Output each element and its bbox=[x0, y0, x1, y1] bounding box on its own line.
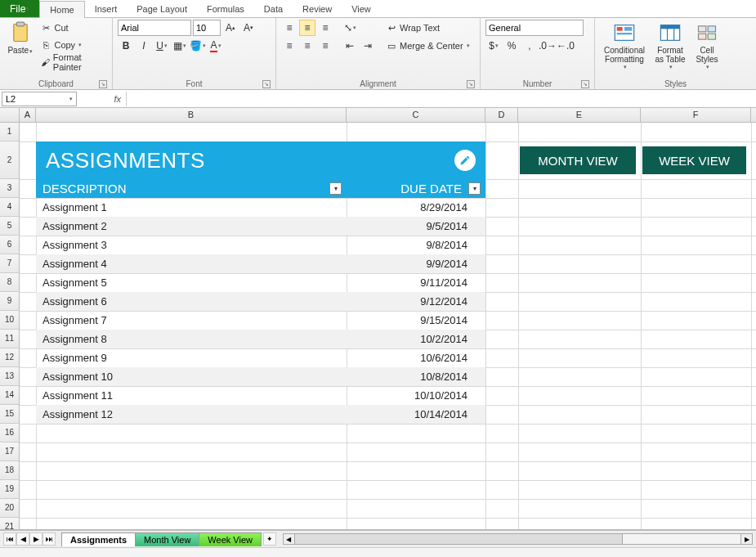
col-header-B[interactable]: B bbox=[36, 108, 347, 122]
row-header-8[interactable]: 8 bbox=[0, 273, 20, 292]
tab-view[interactable]: View bbox=[342, 0, 381, 17]
col-header-D[interactable]: D bbox=[485, 108, 518, 122]
tab-formulas[interactable]: Formulas bbox=[197, 0, 254, 17]
sheet-nav-first[interactable]: ⏮ bbox=[3, 532, 16, 546]
comma-button[interactable]: , bbox=[521, 38, 538, 54]
table-row[interactable]: Assignment 1010/8/2014 bbox=[36, 367, 485, 386]
table-row[interactable]: Assignment 69/12/2014 bbox=[36, 292, 485, 311]
wrap-text-button[interactable]: ↩Wrap Text bbox=[384, 20, 472, 36]
tab-review[interactable]: Review bbox=[293, 0, 342, 17]
col-header-F[interactable]: F bbox=[641, 108, 751, 122]
row-header-17[interactable]: 17 bbox=[0, 442, 20, 461]
fx-icon[interactable]: fx bbox=[114, 94, 121, 104]
bold-button[interactable]: B bbox=[118, 38, 134, 54]
row-header-1[interactable]: 1 bbox=[0, 123, 20, 141]
currency-button[interactable]: $▾ bbox=[485, 38, 502, 54]
row-header-6[interactable]: 6 bbox=[0, 236, 20, 254]
increase-indent-button[interactable]: ⇥ bbox=[360, 38, 376, 54]
decrease-decimal-button[interactable]: ←.0 bbox=[557, 38, 574, 54]
align-top-button[interactable]: ≡ bbox=[281, 20, 297, 36]
format-painter-button[interactable]: 🖌Format Painter bbox=[38, 54, 107, 70]
row-header-16[interactable]: 16 bbox=[0, 424, 20, 442]
number-launcher-icon[interactable]: ↘ bbox=[581, 80, 589, 88]
font-color-button[interactable]: A▾ bbox=[208, 38, 224, 54]
row-header-13[interactable]: 13 bbox=[0, 367, 20, 386]
sheet-tab-week-view[interactable]: Week View bbox=[199, 532, 262, 546]
table-row[interactable]: Assignment 59/11/2014 bbox=[36, 273, 485, 292]
scroll-right-icon[interactable]: ▶ bbox=[740, 534, 752, 544]
table-row[interactable]: Assignment 1110/10/2014 bbox=[36, 386, 485, 405]
row-header-14[interactable]: 14 bbox=[0, 386, 20, 405]
file-tab[interactable]: File▾ bbox=[0, 0, 39, 17]
copy-button[interactable]: ⎘Copy▾ bbox=[38, 37, 107, 53]
filter-description-button[interactable]: ▾ bbox=[329, 182, 342, 195]
table-row[interactable]: Assignment 18/29/2014 bbox=[36, 198, 485, 217]
paste-button[interactable]: Paste▾ bbox=[5, 20, 35, 55]
formula-input[interactable] bbox=[126, 92, 756, 106]
horizontal-scrollbar[interactable]: ◀ ▶ bbox=[283, 533, 753, 545]
table-row[interactable]: Assignment 29/5/2014 bbox=[36, 217, 485, 236]
table-row[interactable]: Assignment 810/2/2014 bbox=[36, 330, 485, 348]
row-header-12[interactable]: 12 bbox=[0, 348, 20, 367]
month-view-button[interactable]: MONTH VIEW bbox=[520, 146, 636, 174]
col-header-E[interactable]: E bbox=[518, 108, 641, 122]
table-row[interactable]: Assignment 39/8/2014 bbox=[36, 236, 485, 254]
row-header-19[interactable]: 19 bbox=[0, 480, 20, 499]
fill-color-button[interactable]: 🪣▾ bbox=[190, 38, 206, 54]
week-view-button[interactable]: WEEK VIEW bbox=[642, 146, 746, 174]
italic-button[interactable]: I bbox=[136, 38, 152, 54]
row-header-7[interactable]: 7 bbox=[0, 254, 20, 273]
font-name-select[interactable] bbox=[118, 20, 191, 36]
tab-page-layout[interactable]: Page Layout bbox=[127, 0, 197, 17]
decrease-indent-button[interactable]: ⇤ bbox=[342, 38, 358, 54]
clipboard-launcher-icon[interactable]: ↘ bbox=[99, 80, 107, 88]
conditional-formatting-button[interactable]: Conditional Formatting ▾ bbox=[600, 20, 649, 70]
percent-button[interactable]: % bbox=[503, 38, 520, 54]
font-size-select[interactable] bbox=[193, 20, 221, 36]
name-box[interactable]: L2▾ bbox=[2, 92, 77, 106]
shrink-font-button[interactable]: A▾ bbox=[240, 20, 257, 36]
row-header-20[interactable]: 20 bbox=[0, 499, 20, 518]
orientation-button[interactable]: ⤡▾ bbox=[342, 20, 358, 36]
new-sheet-button[interactable]: ✦ bbox=[263, 532, 276, 546]
cell-styles-button[interactable]: Cell Styles ▾ bbox=[691, 20, 722, 70]
cut-button[interactable]: ✂Cut bbox=[38, 20, 107, 36]
sheet-nav-last[interactable]: ⏭ bbox=[42, 532, 56, 546]
border-button[interactable]: ▦▾ bbox=[172, 38, 188, 54]
alignment-launcher-icon[interactable]: ↘ bbox=[467, 80, 475, 88]
tab-insert[interactable]: Insert bbox=[85, 0, 127, 17]
align-middle-button[interactable]: ≡ bbox=[299, 20, 315, 36]
format-as-table-button[interactable]: Format as Table ▾ bbox=[651, 20, 690, 70]
scroll-left-icon[interactable]: ◀ bbox=[284, 534, 295, 544]
table-row[interactable]: Assignment 49/9/2014 bbox=[36, 254, 485, 273]
align-bottom-button[interactable]: ≡ bbox=[317, 20, 333, 36]
number-format-select[interactable] bbox=[485, 20, 584, 36]
table-row[interactable]: Assignment 79/15/2014 bbox=[36, 311, 485, 330]
row-header-10[interactable]: 10 bbox=[0, 311, 20, 330]
table-row[interactable]: Assignment 910/6/2014 bbox=[36, 348, 485, 367]
table-row[interactable]: Assignment 1210/14/2014 bbox=[36, 405, 485, 424]
filter-due-date-button[interactable]: ▾ bbox=[468, 182, 481, 195]
align-left-button[interactable]: ≡ bbox=[281, 38, 297, 54]
align-center-button[interactable]: ≡ bbox=[299, 38, 315, 54]
edit-button[interactable] bbox=[454, 150, 476, 171]
merge-center-button[interactable]: ▭Merge & Center▾ bbox=[384, 38, 472, 54]
font-launcher-icon[interactable]: ↘ bbox=[262, 80, 271, 88]
row-header-18[interactable]: 18 bbox=[0, 461, 20, 480]
worksheet-grid[interactable]: ABCDEF 123456789101112131415161718192021… bbox=[0, 108, 756, 530]
grow-font-button[interactable]: A▴ bbox=[222, 20, 239, 36]
row-header-2[interactable]: 2 bbox=[0, 141, 20, 179]
sheet-tab-month-view[interactable]: Month View bbox=[135, 532, 199, 546]
row-header-5[interactable]: 5 bbox=[0, 217, 20, 236]
select-all-corner[interactable] bbox=[0, 108, 20, 122]
increase-decimal-button[interactable]: .0→ bbox=[539, 38, 556, 54]
sheet-tab-assignments[interactable]: Assignments bbox=[61, 532, 136, 546]
row-header-21[interactable]: 21 bbox=[0, 518, 20, 530]
sheet-nav-prev[interactable]: ◀ bbox=[16, 532, 29, 546]
row-header-15[interactable]: 15 bbox=[0, 405, 20, 424]
tab-home[interactable]: Home bbox=[39, 1, 84, 18]
row-header-11[interactable]: 11 bbox=[0, 330, 20, 348]
col-header-C[interactable]: C bbox=[347, 108, 485, 122]
underline-button[interactable]: U▾ bbox=[154, 38, 170, 54]
tab-data[interactable]: Data bbox=[254, 0, 293, 17]
